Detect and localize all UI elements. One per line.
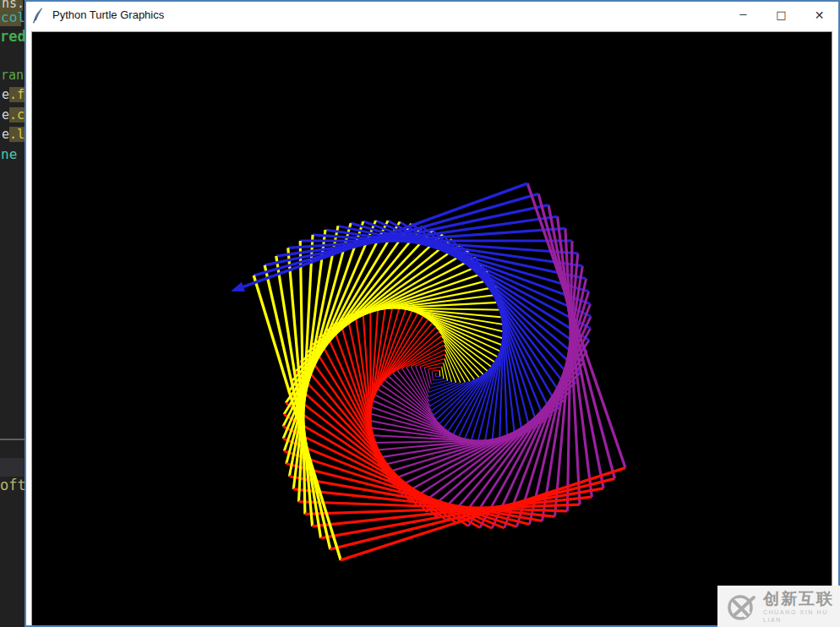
code-fragment-stem: e [2, 87, 9, 102]
panel-divider [0, 439, 25, 440]
feather-icon [32, 8, 44, 24]
turtle-graphics-window: Python Turtle Graphics ─ □ ✕ [25, 0, 840, 627]
turtle-cursor-arrow [231, 282, 245, 292]
watermark-brand: 创新互联 [763, 590, 840, 608]
turtle-canvas [31, 31, 832, 625]
code-fragment-stem: e [2, 127, 9, 142]
code-fragment-stem: e [2, 107, 9, 123]
canvas-margin [28, 30, 837, 625]
watermark: 创新互联 CHUANG XIN HU LIAN [717, 586, 840, 627]
panel-row [0, 458, 24, 477]
minimize-button[interactable]: ─ [724, 2, 762, 28]
code-fragment-accent: .c [9, 107, 25, 123]
code-fragment: ne [1, 146, 17, 162]
code-fragment: e.l [2, 127, 25, 143]
code-fragment-accent: .l [9, 127, 25, 142]
code-fragment: col [1, 9, 25, 25]
turtle-canvas-svg [32, 32, 832, 625]
cx-circle-logo-icon [725, 591, 757, 623]
console-text-fragment: oft [0, 477, 26, 493]
code-editor-strip[interactable]: ns. col red ran e.f e.c e.l ne oft [0, 0, 25, 627]
code-fragment: e.f [2, 87, 25, 103]
maximize-button[interactable]: □ [762, 2, 800, 28]
code-fragment: e.c [2, 107, 25, 123]
watermark-texts: 创新互联 CHUANG XIN HU LIAN [763, 590, 840, 624]
code-fragment: ran [1, 68, 24, 84]
watermark-subtitle: CHUANG XIN HU LIAN [763, 608, 840, 624]
title-bar[interactable]: Python Turtle Graphics ─ □ ✕ [26, 2, 838, 28]
close-button[interactable]: ✕ [800, 2, 838, 28]
code-fragment-accent: .f [9, 87, 25, 102]
code-fragment: red [0, 29, 26, 45]
window-title: Python Turtle Graphics [52, 8, 164, 21]
